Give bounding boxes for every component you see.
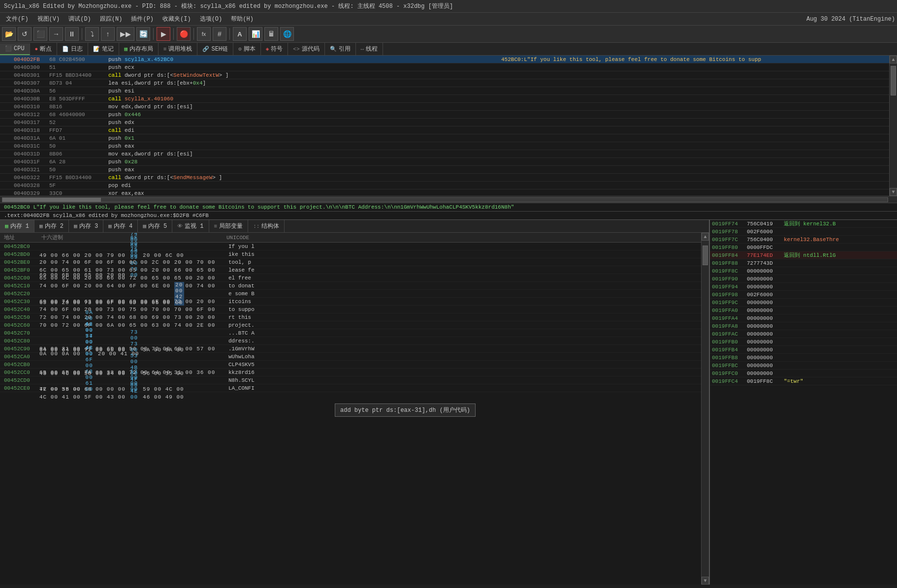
hscroll-thumb[interactable] (2, 198, 101, 202)
stack-row[interactable]: 0019FFB4 00000000 (710, 346, 897, 354)
stack-row[interactable]: 0019FFBC 00000000 (710, 362, 897, 370)
menu-help[interactable]: 帮助(H) (227, 14, 257, 24)
stop-button[interactable]: ⬛ (33, 27, 47, 41)
scroll-up-btn[interactable]: ▲ (890, 56, 897, 63)
tab-cpu[interactable]: ⬛ CPU (0, 43, 30, 55)
mem-tab-struct[interactable]: :: 结构体 (248, 220, 285, 232)
mem-tab-1[interactable]: ▦ 内存 1 (0, 220, 34, 232)
restart-button[interactable]: ↺ (18, 27, 32, 41)
breakpoint-button[interactable]: 🔴 (177, 27, 191, 41)
hash-button[interactable]: # (213, 27, 226, 41)
disasm-hscroll[interactable] (0, 196, 897, 203)
tab-log[interactable]: 📄 日志 (57, 43, 88, 55)
disasm-row[interactable]: 0040D2FB 68 C02B4500 push scylla_x.452BC… (0, 56, 889, 63)
tab-symbols[interactable]: ◈ 符号 (261, 43, 288, 55)
menu-plugins[interactable]: 插件(P) (127, 14, 158, 24)
mem-tab-locals[interactable]: ≡ 局部变量 (209, 220, 249, 232)
mem-vscroll[interactable]: ▲ ▼ (701, 233, 709, 585)
disasm-row[interactable]: 0040D322 FF15 B0D34400 call dword ptr ds… (0, 174, 889, 182)
tab-memory-layout[interactable]: ▦ 内存布局 (119, 43, 159, 55)
animate-button[interactable]: 🔄 (136, 27, 150, 41)
run-to-button[interactable]: ▶▶ (117, 27, 134, 41)
tab-callstack[interactable]: ≡ 调用堆栈 (159, 43, 198, 55)
open-button[interactable]: 📂 (2, 27, 16, 41)
disasm-row[interactable]: 0040D328 5F pop edi (0, 182, 889, 189)
disasm-row[interactable]: 0040D312 68 46040000 push 0x446 (0, 111, 889, 119)
mem-scroll-up[interactable]: ▲ (702, 233, 709, 241)
stack-row[interactable]: 0019FF90 00000000 (710, 275, 897, 283)
graph-button[interactable]: 📊 (249, 27, 262, 41)
scroll-thumb[interactable] (891, 66, 896, 95)
stack-row[interactable]: 0019FF98 002F6000 (710, 291, 897, 299)
disasm-row[interactable]: 0040D31D 8B06 mov eax,dword ptr ds:[esi] (0, 150, 889, 158)
mem-scroll-down[interactable]: ▼ (702, 577, 709, 585)
stack-row[interactable]: 0019FF80 0000FFDC (710, 244, 897, 251)
stack-row[interactable]: 0019FFC0 00000000 (710, 370, 897, 377)
tab-thread[interactable]: ↔ 线程 (356, 43, 384, 55)
disasm-row[interactable]: 0040D31C 50 push eax (0, 142, 889, 150)
disasm-row[interactable]: 0040D30B E8 503DFFFF call scylla_x.40106… (0, 95, 889, 103)
menu-trace[interactable]: 跟踪(N) (96, 14, 127, 24)
disasm-row[interactable]: 0040D300 51 push ecx (0, 63, 889, 71)
menu-file[interactable]: 文件(F) (2, 14, 32, 24)
mem-tab-watch1[interactable]: 👁 监视 1 (172, 220, 209, 232)
menu-debug[interactable]: 调试(D) (64, 14, 95, 24)
stack-row[interactable]: 0019FF9C 00000000 (710, 299, 897, 307)
disasm-row[interactable]: 0040D329 33C0 xor eax,eax (0, 189, 889, 196)
calc-button[interactable]: 🖩 (264, 27, 278, 41)
font-button[interactable]: A (233, 27, 247, 41)
pause-button[interactable]: ⏸ (65, 27, 79, 41)
tab-seh[interactable]: 🔗 SEH链 (197, 43, 233, 55)
mem-tab-5[interactable]: ▦ 内存 5 (138, 220, 172, 232)
disasm-vscroll[interactable]: ▲ ▼ (889, 56, 897, 196)
menu-options[interactable]: 选项(O) (196, 14, 226, 24)
stack-row[interactable]: 0019FFA8 00000000 (710, 322, 897, 330)
stack-row[interactable]: 0019FF88 7277743D (710, 259, 897, 267)
stack-row[interactable]: 0019FFA4 00000000 (710, 314, 897, 322)
disasm-row[interactable]: 0040D301 FF15 BBD34400 call dword ptr ds… (0, 71, 889, 79)
scroll-down-btn[interactable]: ▼ (890, 188, 897, 196)
mem-row[interactable]: 00452BD0 69 00 6B 00 65 00 20 00 74 00 6… (0, 250, 701, 258)
mem-row[interactable]: 00452C20 65 00 20 00 73 00 6F 00 6D 00 6… (0, 290, 701, 298)
stack-row[interactable]: 0019FFA0 00000000 (710, 307, 897, 314)
stack-row[interactable]: 0019FFAC 00000000 (710, 330, 897, 338)
mem-row[interactable]: 00452CE0 4C 00 41 00 5F 00 43 00 4F 00 4… (0, 384, 701, 392)
disasm-row[interactable]: 0040D317 52 push edx (0, 119, 889, 126)
disasm-row[interactable]: 0040D310 8B16 mov edx,dword ptr ds:[esi] (0, 103, 889, 111)
stack-row[interactable]: 0019FF7C 756C0400 kernel32.BaseThre (710, 236, 897, 244)
tab-ref[interactable]: 🔍 引用 (325, 43, 356, 55)
mem-row[interactable]: 00452CB0 43 00 4C 00 50 00 34 00 53 00 4… (0, 361, 701, 369)
stack-row[interactable]: 0019FF78 002F6000 (710, 228, 897, 236)
mem-tab-3[interactable]: ▦ 内存 3 (69, 220, 103, 232)
stack-row[interactable]: 0019FFB8 00000000 (710, 354, 897, 362)
web-button[interactable]: 🌐 (280, 27, 294, 41)
tab-script[interactable]: ⚙ 脚本 (233, 43, 261, 55)
stack-row[interactable]: 0019FF8C 00000000 (710, 267, 897, 275)
stack-row[interactable]: 0019FF84 77E174ED 返回到 ntdll.RtlG (710, 251, 897, 259)
stack-row[interactable]: 0019FFC4 0019FF8C "=twr" (710, 377, 897, 385)
stack-row[interactable]: 0019FF74 756C0419 返回到 kernel32.B (710, 220, 897, 228)
step-over-button[interactable]: ⤵ (85, 27, 99, 41)
disasm-row[interactable]: 0040D321 50 push eax (0, 166, 889, 174)
mem-scroll-thumb[interactable] (703, 246, 708, 265)
disasm-row[interactable]: 0040D31F 6A 28 push 0x28 (0, 158, 889, 166)
mem-tab-4[interactable]: ▦ 内存 4 (103, 220, 138, 232)
disasm-row[interactable]: 0040D31A 6A 01 push 0x1 (0, 134, 889, 142)
fx-button[interactable]: fx (197, 27, 211, 41)
menu-view[interactable]: 视图(V) (33, 14, 64, 24)
step-out-button[interactable]: ↑ (101, 27, 115, 41)
stack-row[interactable]: 0019FF94 00000000 (710, 283, 897, 291)
step-into-button[interactable]: → (49, 27, 63, 41)
disasm-row[interactable]: 0040D318 FFD7 call edi (0, 126, 889, 134)
disasm-row[interactable]: 0040D307 8D73 04 lea esi,dword ptr ds:[e… (0, 79, 889, 87)
tab-notes[interactable]: 📝 笔记 (88, 43, 119, 55)
stack-row[interactable]: 0019FFB0 00000000 (710, 338, 897, 346)
mem-tab-2[interactable]: ▦ 内存 2 (34, 220, 69, 232)
disasm-row[interactable]: 0040D30A 56 push esi (0, 87, 889, 95)
run-button[interactable]: ▶ (157, 27, 170, 41)
menu-favorites[interactable]: 收藏夹(I) (159, 14, 195, 24)
tab-breakpoint[interactable]: ● 断点 (30, 43, 58, 55)
mem-row[interactable]: 00452C00 65 00 6C 00 20 00 66 00 72 00 6… (0, 274, 701, 282)
disasm-table[interactable]: 0040D2FB 68 C02B4500 push scylla_x.452BC… (0, 56, 889, 196)
tab-source[interactable]: <> 源代码 (288, 43, 324, 55)
